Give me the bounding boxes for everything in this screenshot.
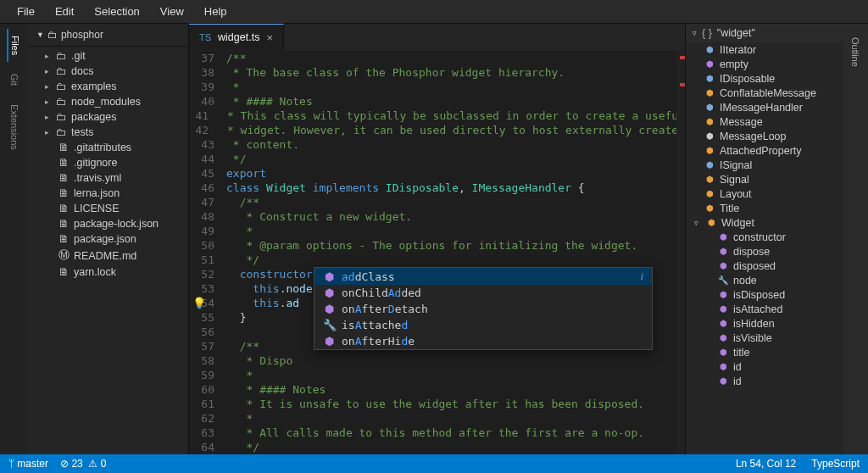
cursor-position[interactable]: Ln 54, Col 12 bbox=[736, 458, 796, 470]
file-item[interactable]: 🗎package.json bbox=[28, 231, 188, 247]
file-item[interactable]: ⓂREADME.md bbox=[28, 247, 188, 264]
activity-files[interactable]: Files bbox=[7, 29, 22, 62]
outline-item[interactable]: ⬢id bbox=[686, 374, 843, 388]
code-line[interactable]: 51 */ bbox=[189, 253, 685, 267]
folder-item[interactable]: ▸🗀docs bbox=[28, 64, 188, 79]
outline-item[interactable]: ⬢isVisible bbox=[686, 331, 843, 345]
code-line[interactable]: 58 * Dispo bbox=[189, 353, 685, 368]
suggest-item[interactable]: ⬢onAfterDetach bbox=[314, 301, 652, 317]
outline-item[interactable]: ⬢isAttached bbox=[686, 302, 843, 316]
outline-item[interactable]: 🔧node bbox=[686, 273, 843, 287]
code-line[interactable]: 60 * #### Notes bbox=[189, 382, 685, 397]
file-item[interactable]: 🗎.travis.yml bbox=[28, 170, 188, 186]
outline-item[interactable]: ⬢Layout bbox=[686, 186, 843, 201]
folder-item[interactable]: ▸🗀node_modules bbox=[28, 94, 188, 109]
explorer-header[interactable]: ▼ 🗀 phosphor bbox=[28, 24, 188, 47]
code-line[interactable]: 43 * content. bbox=[189, 137, 685, 152]
outline-item[interactable]: ⬢ISignal bbox=[686, 158, 843, 172]
right-tab-outline[interactable]: Outline bbox=[849, 31, 862, 74]
activity-extensions[interactable]: Extensions bbox=[8, 97, 21, 157]
suggest-item[interactable]: ⬢onChildAdded bbox=[314, 285, 652, 301]
code-line[interactable]: 61 * It is unsafe to use the widget afte… bbox=[189, 397, 685, 411]
code-line[interactable]: 47 /** bbox=[189, 195, 685, 209]
suggest-item[interactable]: ⬢onAfterHide bbox=[314, 333, 652, 349]
menu-help[interactable]: Help bbox=[194, 2, 237, 21]
chevron-right-icon: ▸ bbox=[45, 97, 52, 106]
line-number: 40 bbox=[189, 94, 226, 109]
outline-item[interactable]: ⬢ConflatableMessage bbox=[686, 86, 843, 100]
code-line[interactable]: 50 * @param options - The options for in… bbox=[189, 238, 685, 253]
editor[interactable]: 37/**38 * The base class of the Phosphor… bbox=[189, 51, 685, 454]
outline-item[interactable]: ⬢IDisposable bbox=[686, 71, 843, 86]
code-line[interactable]: 38 * The base class of the Phosphor widg… bbox=[189, 65, 685, 80]
code-line[interactable]: 64 */ bbox=[189, 440, 685, 454]
folder-item[interactable]: ▸🗀tests bbox=[28, 125, 188, 140]
outline-item[interactable]: ⬢dispose bbox=[686, 244, 843, 259]
code-line[interactable]: 59 * bbox=[189, 368, 685, 382]
symbol-icon: ⬢ bbox=[704, 117, 715, 126]
symbol-icon: ⬢ bbox=[704, 45, 715, 54]
outline-item[interactable]: ⬢Title bbox=[686, 201, 843, 215]
file-item[interactable]: 🗎LICENSE bbox=[28, 201, 188, 216]
outline-item-widget[interactable]: ▿⬢Widget bbox=[686, 215, 843, 230]
outline-item[interactable]: ⬢title bbox=[686, 345, 843, 359]
code-line[interactable]: 45export bbox=[189, 166, 685, 181]
code-line[interactable]: 44 */ bbox=[189, 152, 685, 166]
menu-view[interactable]: View bbox=[150, 2, 194, 21]
menu-selection[interactable]: Selection bbox=[84, 2, 149, 21]
code-line[interactable]: 48 * Construct a new widget. bbox=[189, 209, 685, 224]
file-item[interactable]: 🗎package-lock.json bbox=[28, 216, 188, 231]
file-item[interactable]: 🗎.gitattributes bbox=[28, 140, 188, 155]
line-number: 52 bbox=[189, 267, 226, 281]
close-icon[interactable]: × bbox=[266, 31, 273, 44]
file-item[interactable]: 🗎.gitignore bbox=[28, 155, 188, 170]
outline-item[interactable]: ⬢disposed bbox=[686, 259, 843, 273]
code-line[interactable]: 41 * This class will typically be subcla… bbox=[189, 109, 685, 123]
folder-item[interactable]: ▸🗀examples bbox=[28, 79, 188, 94]
folder-item[interactable]: ▸🗀packages bbox=[28, 109, 188, 125]
outline-item[interactable]: ⬢id bbox=[686, 359, 843, 374]
outline-item[interactable]: ⬢Message bbox=[686, 114, 843, 129]
outline-item[interactable]: ⬢isDisposed bbox=[686, 287, 843, 302]
menu-edit[interactable]: Edit bbox=[45, 2, 84, 21]
file-item[interactable]: 🗎lerna.json bbox=[28, 186, 188, 201]
folder-icon: 🗀 bbox=[56, 96, 67, 108]
outline-header[interactable]: ▿ { } "widget" bbox=[686, 24, 843, 42]
outline-item[interactable]: ⬢IMessageHandler bbox=[686, 100, 843, 114]
code-line[interactable]: 39 * bbox=[189, 80, 685, 94]
outline-item[interactable]: ⬢Signal bbox=[686, 172, 843, 186]
suggest-item[interactable]: ⬢addClassi bbox=[314, 268, 652, 285]
symbol-icon: ⬢ bbox=[704, 88, 715, 97]
file-label: README.md bbox=[74, 250, 136, 262]
outline-item[interactable]: ⬢AttachedProperty bbox=[686, 143, 843, 158]
info-icon[interactable]: i bbox=[640, 270, 643, 283]
outline-item[interactable]: ⬢constructor bbox=[686, 230, 843, 244]
language-mode[interactable]: TypeScript bbox=[811, 458, 860, 470]
activity-git[interactable]: Git bbox=[8, 67, 21, 92]
code-line[interactable]: 62 * bbox=[189, 411, 685, 426]
code-line[interactable]: 37/** bbox=[189, 51, 685, 65]
errors-warnings[interactable]: ⊘ 23 ⚠ 0 bbox=[60, 458, 106, 470]
code-line[interactable]: 42 * widget. However, it can be used dir… bbox=[189, 123, 685, 137]
code-line[interactable]: 46class Widget implements IDisposable, I… bbox=[189, 181, 685, 195]
outline-item[interactable]: ⬢IIterator bbox=[686, 42, 843, 57]
menu-file[interactable]: File bbox=[7, 2, 45, 21]
outline-item[interactable]: ⬢isHidden bbox=[686, 316, 843, 331]
outline-label: Message bbox=[720, 116, 763, 128]
minimap[interactable] bbox=[676, 51, 685, 454]
file-item[interactable]: 🗎yarn.lock bbox=[28, 264, 188, 280]
code-content: */ bbox=[226, 152, 246, 166]
outline-label: isDisposed bbox=[733, 289, 785, 301]
suggest-item[interactable]: 🔧isAttached bbox=[314, 317, 652, 333]
lightbulb-icon[interactable]: 💡 bbox=[192, 297, 206, 309]
git-branch[interactable]: ᛘ master bbox=[8, 458, 48, 470]
code-line[interactable]: 40 * #### Notes bbox=[189, 94, 685, 109]
code-line[interactable]: 63 * All calls made to this method after… bbox=[189, 426, 685, 440]
tab-active[interactable]: TS widget.ts × bbox=[189, 24, 284, 50]
outline-item[interactable]: ⬢MessageLoop bbox=[686, 129, 843, 143]
outline-label: disposed bbox=[733, 260, 776, 272]
code-content: */ bbox=[226, 253, 259, 267]
folder-item[interactable]: ▸🗀.git bbox=[28, 48, 188, 64]
code-line[interactable]: 49 * bbox=[189, 224, 685, 238]
outline-item[interactable]: ⬢empty bbox=[686, 57, 843, 71]
